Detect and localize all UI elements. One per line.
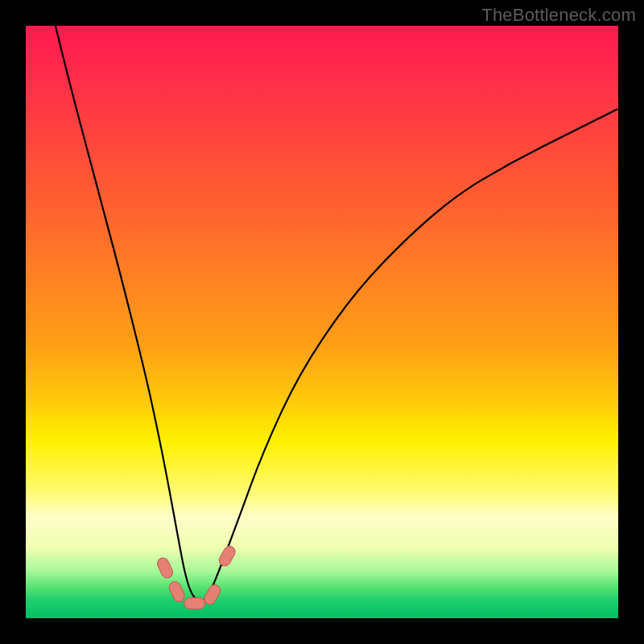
curve-marker bbox=[155, 556, 175, 580]
chart-plot-area bbox=[26, 26, 618, 618]
curve-marker bbox=[217, 544, 237, 568]
curve-marker bbox=[167, 580, 187, 603]
bottleneck-curve bbox=[56, 26, 618, 601]
curve-marker bbox=[184, 598, 205, 609]
chart-frame: TheBottleneck.com bbox=[0, 0, 644, 644]
curve-markers bbox=[155, 544, 237, 609]
chart-svg bbox=[26, 26, 618, 618]
watermark-text: TheBottleneck.com bbox=[481, 5, 636, 26]
